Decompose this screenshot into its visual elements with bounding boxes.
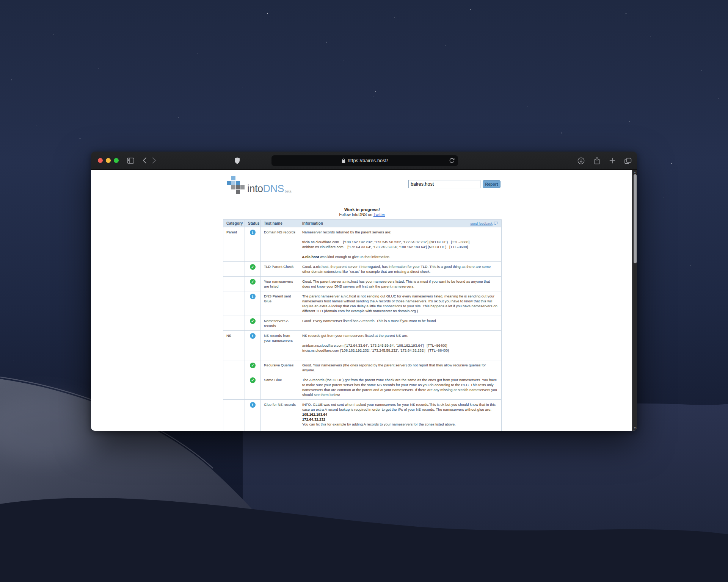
information-cell: NS records got from your nameservers lis…: [299, 331, 502, 360]
status-cell: ✓: [245, 262, 261, 277]
table-row: ✓Recursive QueriesGood. Your nameservers…: [223, 360, 502, 375]
forward-chevron-icon[interactable]: [152, 157, 156, 164]
work-in-progress-notice: Work in progress! Follow IntoDNS on Twit…: [223, 207, 501, 217]
new-tab-plus-icon[interactable]: [609, 158, 615, 164]
table-row: ✓TLD Parent CheckGood. a.nic.host, the p…: [223, 262, 502, 277]
send-feedback-link[interactable]: send feedback: [470, 221, 498, 225]
category-cell: Parent: [223, 227, 245, 262]
test-name-cell: Your nameservers are listed: [261, 277, 299, 291]
information-line: tricia.ns.cloudflare.com. ['108.162.192.…: [302, 239, 498, 244]
information-line: The A records (the GLUE) got from the pa…: [302, 377, 498, 397]
scrollbar-thumb[interactable]: [634, 174, 637, 263]
table-row: ✓Same GlueThe A records (the GLUE) got f…: [223, 375, 502, 400]
test-name-cell: Recursive Queries: [261, 360, 299, 375]
test-name-cell: Mismatched NS records: [261, 429, 299, 431]
information-line: [302, 249, 498, 254]
table-row: ParentiDomain NS recordsNameserver recor…: [223, 227, 502, 262]
header-test-name: Test name: [261, 220, 299, 227]
information-line: Good. a.nic.host, the parent server I in…: [302, 264, 498, 274]
test-name-cell: Domain NS records: [261, 227, 299, 262]
header-status: Status: [245, 220, 261, 227]
status-cell: i: [245, 331, 261, 360]
zoom-window-button[interactable]: [114, 158, 119, 163]
information-line: Good. The parent server a.nic.host has y…: [302, 279, 498, 289]
category-cell: [223, 375, 245, 400]
close-window-button[interactable]: [98, 158, 103, 163]
status-ok-icon: ✓: [250, 377, 256, 383]
share-icon[interactable]: [594, 157, 600, 164]
dns-report-table: Category Status Test name Information se…: [223, 219, 502, 431]
scrollbar-up-arrow-icon[interactable]: ▲: [632, 171, 637, 174]
back-chevron-icon[interactable]: [143, 157, 147, 164]
status-info-icon: i: [250, 333, 256, 339]
category-cell: [223, 316, 245, 331]
information-line: a.nic.host was kind enough to give us th…: [302, 254, 498, 259]
test-name-cell: Nameservers A records: [261, 316, 299, 331]
logo-text-beta: beta: [285, 189, 292, 193]
reload-icon[interactable]: [449, 157, 455, 165]
status-cell: ✓: [245, 429, 261, 431]
status-ok-icon: ✓: [250, 318, 256, 324]
header-category: Category: [223, 220, 245, 227]
category-cell: [223, 262, 245, 277]
information-cell: The parent nameserver a.nic.host is not …: [299, 291, 502, 316]
status-cell: ✓: [245, 360, 261, 375]
status-info-icon: i: [250, 402, 256, 408]
intodns-logo: intoDNSbeta: [227, 176, 292, 194]
information-line: INFO: GLUE was not sent when I asked you…: [302, 402, 498, 412]
test-name-cell: TLD Parent Check: [261, 262, 299, 277]
lock-icon: [342, 158, 345, 163]
test-name-cell: Same Glue: [261, 375, 299, 400]
page-scrollbar[interactable]: ▲ ▼: [632, 170, 637, 431]
logo-text-into: into: [247, 184, 263, 194]
status-cell: i: [245, 227, 261, 262]
information-cell: Nameserver records returned by the paren…: [299, 227, 502, 262]
logo-text-dns: DNS: [263, 184, 284, 194]
sidebar-toggle-icon[interactable]: [127, 158, 134, 164]
information-line: Good. Your nameservers (the ones reporte…: [302, 363, 498, 372]
category-cell: [223, 291, 245, 316]
browser-window: https://baires.host/: [91, 152, 637, 431]
information-line: Nameserver records returned by the paren…: [302, 230, 498, 235]
information-line: 108.162.193.64: [302, 412, 498, 417]
table-header-row: Category Status Test name Information se…: [223, 220, 502, 227]
information-line: tricia.ns.cloudflare.com ['108.162.192.2…: [302, 348, 498, 353]
test-name-cell: NS records from your nameservers: [261, 331, 299, 360]
shield-icon[interactable]: [234, 152, 240, 170]
intodns-logo-icon: [227, 176, 245, 194]
table-row: ✓Your nameservers are listedGood. The pa…: [223, 277, 502, 291]
toolbar-right-icons: [577, 152, 632, 170]
minimize-window-button[interactable]: [106, 158, 111, 163]
category-cell: [223, 400, 245, 429]
status-ok-icon: ✓: [250, 363, 256, 368]
feedback-bubble-icon: [494, 221, 498, 225]
status-ok-icon: ✓: [250, 279, 256, 285]
status-info-icon: i: [250, 230, 256, 235]
stars-layer-bright: [0, 0, 1, 1]
test-name-cell: Glue for NS records: [261, 400, 299, 429]
information-cell: INFO: GLUE was not sent when I asked you…: [299, 400, 502, 429]
twitter-link[interactable]: Twitter: [373, 212, 385, 217]
table-row: NSiNS records from your nameserversNS re…: [223, 331, 502, 360]
tabs-overview-icon[interactable]: [624, 158, 632, 164]
status-ok-icon: ✓: [250, 264, 256, 270]
status-cell: i: [245, 291, 261, 316]
information-cell: Good. a.nic.host, the parent server I in…: [299, 262, 502, 277]
table-row: ✓Mismatched NS recordsOK. The NS records…: [223, 429, 502, 431]
status-cell: ✓: [245, 375, 261, 400]
domain-search-input[interactable]: [408, 180, 480, 188]
traffic-lights: [98, 158, 119, 163]
information-cell: The A records (the GLUE) got from the pa…: [299, 375, 502, 400]
category-cell: [223, 277, 245, 291]
information-line: Good. Every nameserver listed has A reco…: [302, 318, 498, 323]
information-line: anirban.ns.cloudflare.com ['172.64.33.64…: [302, 343, 498, 348]
information-line: anirban.ns.cloudflare.com. ['172.64.33.6…: [302, 244, 498, 249]
browser-toolbar: https://baires.host/: [91, 152, 637, 170]
information-line: You can fix this for example by adding A…: [302, 422, 498, 427]
information-line: [302, 235, 498, 239]
url-bar[interactable]: https://baires.host/: [271, 155, 458, 166]
report-button[interactable]: Report: [483, 180, 500, 188]
dns-table-body: ParentiDomain NS recordsNameserver recor…: [223, 227, 502, 431]
notice-subtitle: Follow IntoDNS on Twitter: [223, 212, 501, 217]
download-icon[interactable]: [577, 157, 585, 164]
